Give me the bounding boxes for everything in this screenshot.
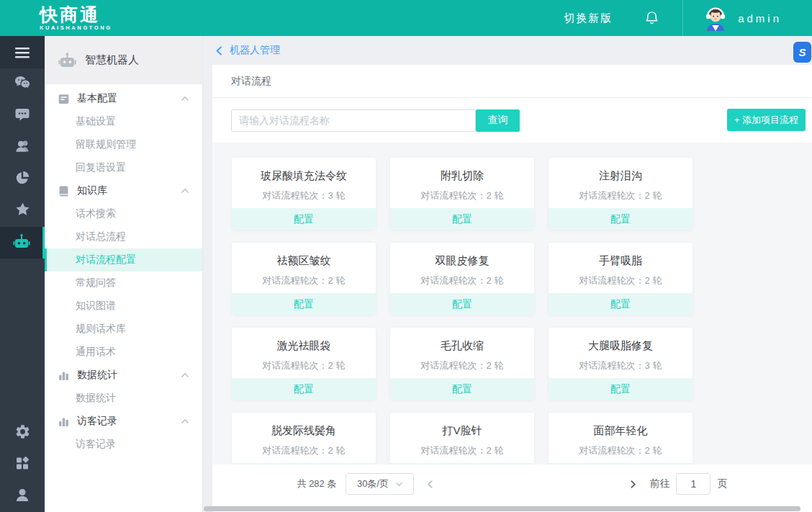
add-flow-button[interactable]: + 添加项目流程 — [727, 109, 806, 131]
sidebar-menu-row[interactable]: 回复语设置 — [45, 156, 202, 179]
rail-nav-item[interactable] — [0, 100, 45, 132]
rail-nav-item[interactable] — [0, 68, 45, 100]
configure-link[interactable]: 配置 — [232, 208, 376, 230]
page-number[interactable] — [576, 474, 595, 494]
configure-link[interactable]: 配置 — [390, 293, 534, 315]
flow-card-rounds: 对话流程轮次：2 轮 — [549, 274, 693, 287]
flow-card-title: 激光祛眼袋 — [232, 339, 376, 353]
page-number[interactable] — [597, 474, 617, 494]
chevron-up-icon[interactable] — [181, 187, 189, 195]
rail-nav-item[interactable] — [0, 163, 45, 195]
rail-nav-item[interactable] — [0, 480, 45, 512]
bell-icon[interactable] — [644, 10, 659, 26]
page-number[interactable] — [446, 474, 466, 494]
robot-head-icon — [58, 51, 77, 70]
flow-card: 附乳切除 对话流程轮次：2 轮 配置 — [390, 158, 534, 230]
flow-card-rounds: 对话流程轮次：2 轮 — [549, 444, 693, 457]
sidebar-menu-row[interactable]: 留联规则管理 — [45, 133, 202, 156]
flow-card-title: 注射泪沟 — [549, 169, 693, 183]
configure-link[interactable]: 配置 — [390, 378, 534, 400]
goto-label: 前往 — [649, 477, 669, 490]
chevron-up-icon[interactable] — [181, 417, 189, 426]
rail-nav-item[interactable] — [0, 449, 45, 480]
prev-page-button[interactable] — [423, 480, 437, 489]
sidebar-menu-row[interactable]: 话术搜索 — [45, 202, 202, 225]
configure-link[interactable]: 配置 — [549, 293, 693, 315]
sidebar-menu-row[interactable]: 常规问答 — [45, 271, 202, 295]
sidebar-menu-row[interactable]: 规则话术库 — [45, 318, 202, 341]
flow-card-title: 手臂吸脂 — [549, 254, 693, 268]
sidebar-menu-row[interactable]: 基础设置 — [45, 110, 202, 133]
sidebar-menu-row[interactable]: 数据统计 — [45, 364, 202, 387]
flow-card-rounds: 对话流程轮次：3 轮 — [549, 359, 693, 372]
flow-card: 双眼皮修复 对话流程轮次：2 轮 配置 — [390, 243, 534, 315]
rail-nav-item[interactable] — [0, 417, 45, 449]
flow-card: 大腿吸脂修复 对话流程轮次：3 轮 配置 — [549, 328, 693, 400]
flow-card-title: 玻尿酸填充法令纹 — [232, 169, 376, 183]
flow-card-rounds: 对话流程轮次：2 轮 — [390, 359, 534, 372]
logo-title: 快商通 — [40, 6, 112, 24]
flow-card-title: 大腿吸脂修复 — [549, 339, 693, 353]
hamburger-icon[interactable] — [0, 36, 45, 68]
kst-logo-badge[interactable]: S — [793, 42, 811, 63]
sidebar-header: 智慧机器人 — [45, 36, 202, 84]
goto-page-input[interactable] — [676, 473, 710, 495]
icon-rail-top — [0, 68, 45, 259]
flow-card-rounds: 对话流程轮次：2 轮 — [390, 444, 534, 457]
app-window: 快商通 KUAISHANGTONG 切换新版 admin 智慧机器人 — [0, 0, 812, 512]
page-number[interactable] — [533, 474, 552, 494]
sidebar-menu-row[interactable]: 对话总流程 — [45, 225, 202, 248]
page-number[interactable] — [511, 474, 531, 494]
sidebar-menu-row[interactable]: 知识库 — [45, 179, 202, 202]
sidebar-menu-row[interactable]: 知识图谱 — [45, 295, 202, 318]
wechat-icon — [14, 75, 31, 94]
next-page-button[interactable] — [626, 480, 640, 489]
page-number[interactable] — [554, 474, 574, 494]
bar-chart-icon — [58, 369, 70, 382]
configure-link[interactable]: 配置 — [232, 378, 376, 400]
avatar[interactable] — [702, 4, 729, 32]
apps-icon — [14, 455, 30, 474]
horizontal-scrollbar-thumb[interactable] — [204, 506, 800, 511]
page-size-select[interactable]: 30条/页 — [346, 473, 414, 495]
search-input[interactable] — [231, 109, 476, 132]
flow-card-title: 打V脸针 — [390, 424, 534, 438]
flow-card-title: 毛孔收缩 — [390, 339, 534, 353]
total-count: 共 282 条 — [297, 477, 337, 490]
sidebar-menu-row[interactable]: 基本配置 — [45, 87, 202, 110]
form-icon — [58, 93, 70, 105]
sidebar-menu-row[interactable]: 访客记录 — [45, 433, 202, 456]
sidebar-menu-row[interactable]: 对话流程配置 — [45, 248, 202, 271]
configure-link[interactable]: 配置 — [390, 208, 534, 230]
configure-link[interactable]: 配置 — [232, 293, 376, 315]
gear-icon — [14, 423, 31, 443]
flow-card-rounds: 对话流程轮次：2 轮 — [390, 274, 534, 287]
flow-card-title: 附乳切除 — [390, 169, 534, 183]
sidebar-menu-row[interactable]: 数据统计 — [45, 387, 202, 410]
icon-rail-bottom — [0, 417, 45, 512]
rail-nav-item[interactable] — [0, 132, 45, 163]
page-number[interactable] — [468, 474, 487, 494]
switch-version-link[interactable]: 切换新版 — [564, 12, 613, 25]
pagination-bar: 共 282 条 30条/页 前往 页 — [212, 464, 812, 503]
configure-link[interactable]: 配置 — [549, 208, 693, 230]
username[interactable]: admin — [738, 12, 782, 24]
breadcrumb[interactable]: 机器人管理 — [203, 36, 812, 65]
rail-nav-item[interactable] — [0, 195, 45, 227]
flow-card: 毛孔收缩 对话流程轮次：2 轮 配置 — [390, 328, 534, 400]
chevron-up-icon[interactable] — [181, 371, 189, 379]
configure-link[interactable]: 配置 — [549, 378, 693, 400]
breadcrumb-label: 机器人管理 — [230, 44, 280, 57]
users-icon — [14, 138, 31, 157]
search-button[interactable]: 查询 — [476, 109, 520, 132]
page-number[interactable] — [490, 474, 509, 494]
sidebar-menu-row[interactable]: 访客记录 — [45, 410, 202, 433]
rail-nav-item[interactable] — [0, 227, 45, 259]
logo-subtitle: KUAISHANGTONG — [40, 25, 112, 31]
top-bar: 快商通 KUAISHANGTONG 切换新版 admin — [0, 0, 812, 36]
pie-chart-icon — [14, 170, 30, 189]
sidebar-menu-row[interactable]: 通用话术 — [45, 341, 202, 364]
chevron-up-icon[interactable] — [181, 94, 189, 103]
kuaishangtong-logo[interactable]: 快商通 KUAISHANGTONG — [40, 6, 112, 31]
cards-area: 玻尿酸填充法令纹 对话流程轮次：3 轮 配置 附乳切除 对话流程轮次：2 轮 配… — [212, 143, 812, 503]
